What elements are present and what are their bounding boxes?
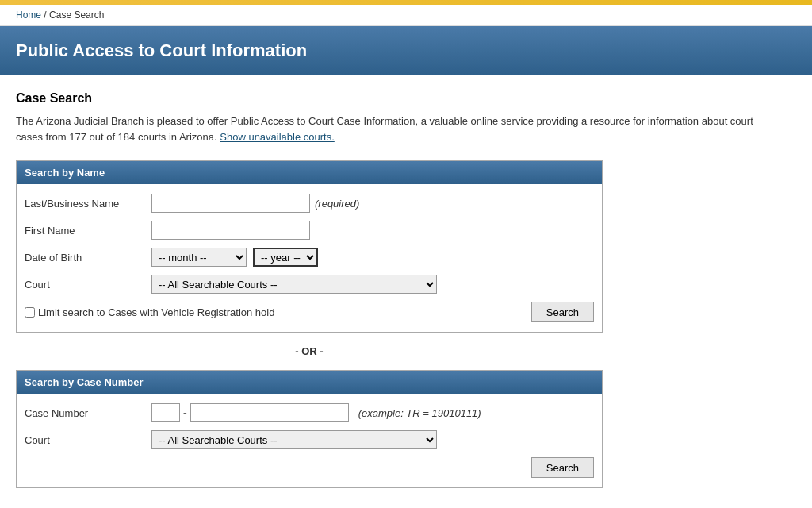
first-name-input[interactable] <box>151 221 310 240</box>
breadcrumb: Home / Case Search <box>0 5 812 26</box>
dob-selects: -- month -- 01 - January 02 - February 0… <box>151 248 318 267</box>
page-header: Public Access to Court Information <box>0 26 812 75</box>
vehicle-hold-checkbox[interactable] <box>25 307 35 318</box>
court-row-name: Court -- All Searchable Courts -- Apache… <box>25 275 594 294</box>
show-unavailable-link[interactable]: Show unavailable courts. <box>220 131 335 143</box>
case-number-main-input[interactable] <box>190 403 349 422</box>
search-by-name-body: Last/Business Name (required) First Name… <box>17 184 602 332</box>
case-number-prefix-input[interactable] <box>151 403 180 422</box>
search-by-case-body: Case Number - (example: TR = 19010111) C… <box>17 394 602 487</box>
checkbox-search-row: Limit search to Cases with Vehicle Regis… <box>25 302 594 322</box>
case-number-label: Case Number <box>25 407 151 419</box>
dash-separator: - <box>183 406 187 419</box>
search-by-name-button[interactable]: Search <box>531 302 594 322</box>
case-number-row: Case Number - (example: TR = 19010111) <box>25 403 594 422</box>
month-select[interactable]: -- month -- 01 - January 02 - February 0… <box>151 248 247 267</box>
search-by-name-header: Search by Name <box>17 161 602 184</box>
search-by-name-panel: Search by Name Last/Business Name (requi… <box>16 160 603 333</box>
first-name-label: First Name <box>25 225 151 237</box>
breadcrumb-home-link[interactable]: Home <box>16 10 41 21</box>
section-title: Case Search <box>16 91 761 106</box>
breadcrumb-current: Case Search <box>49 10 104 21</box>
dob-row: Date of Birth -- month -- 01 - January 0… <box>25 248 594 267</box>
year-select[interactable]: -- year -- 2024 2023 2000 1990 1980 1970… <box>253 248 318 267</box>
last-name-row: Last/Business Name (required) <box>25 194 594 213</box>
case-number-inputs: - (example: TR = 19010111) <box>151 403 481 422</box>
search-by-case-header: Search by Case Number <box>17 371 602 394</box>
page-title: Public Access to Court Information <box>16 40 796 61</box>
last-name-label: Last/Business Name <box>25 198 151 210</box>
first-name-row: First Name <box>25 221 594 240</box>
breadcrumb-separator: / <box>44 10 46 21</box>
or-divider: - OR - <box>16 345 603 357</box>
court-select-name[interactable]: -- All Searchable Courts -- Apache Count… <box>151 275 437 294</box>
description: The Arizona Judicial Branch is pleased t… <box>16 114 761 144</box>
last-name-input[interactable] <box>151 194 310 213</box>
court-select-case[interactable]: -- All Searchable Courts -- Apache Count… <box>151 430 437 449</box>
search-case-btn-row: Search <box>25 457 594 478</box>
search-by-case-panel: Search by Case Number Case Number - (exa… <box>16 370 603 488</box>
court-label-name: Court <box>25 279 151 291</box>
description-text: The Arizona Judicial Branch is pleased t… <box>16 115 753 143</box>
vehicle-hold-label[interactable]: Limit search to Cases with Vehicle Regis… <box>25 306 274 318</box>
example-text: (example: TR = 19010111) <box>358 407 481 419</box>
required-indicator: (required) <box>315 198 359 210</box>
court-row-case: Court -- All Searchable Courts -- Apache… <box>25 430 594 449</box>
dob-label: Date of Birth <box>25 252 151 264</box>
main-content: Case Search The Arizona Judicial Branch … <box>0 75 777 508</box>
search-by-case-button[interactable]: Search <box>531 457 594 478</box>
court-label-case: Court <box>25 434 151 446</box>
